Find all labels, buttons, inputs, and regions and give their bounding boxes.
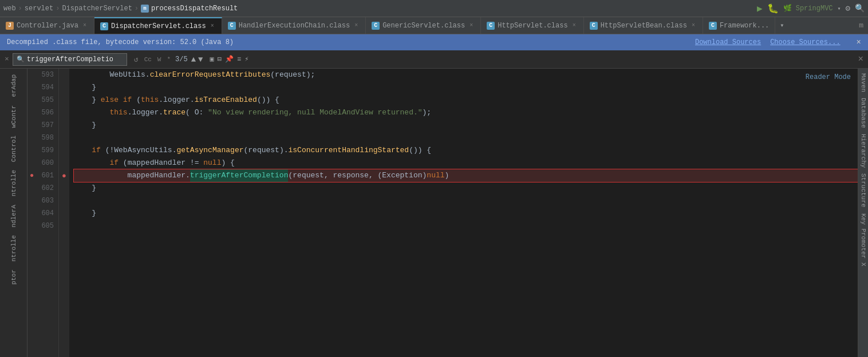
search-word-icon[interactable]: W xyxy=(156,55,163,64)
tab-dispatcher[interactable]: C DispatcherServlet.class × xyxy=(94,17,222,34)
search-top-icon[interactable]: 🔍 xyxy=(855,3,865,13)
code-line-597: } xyxy=(74,119,858,132)
ln-600: 600 xyxy=(27,157,54,169)
sep3: › xyxy=(135,5,139,13)
search-prev-icon[interactable]: ▲ xyxy=(191,55,196,64)
code-line-595: } else if (this.logger.isTraceEnabled())… xyxy=(74,94,858,106)
search-next-icon[interactable]: ▼ xyxy=(198,55,203,64)
tab-close-httpservlet[interactable]: × xyxy=(571,22,578,29)
tab-label-httpservlet: HttpServlet.class xyxy=(498,22,567,30)
sidebar-structure[interactable]: Structure xyxy=(860,171,867,209)
code-line-600: if (mappedHandler != null) { xyxy=(74,157,858,169)
search-filter2-icon[interactable]: ⚡ xyxy=(244,55,248,64)
tab-close-dispatcher[interactable]: × xyxy=(209,22,216,30)
search-close-icon[interactable]: × xyxy=(5,55,9,64)
left-label-ntrolle2[interactable]: ntrolle xyxy=(9,232,18,265)
left-label-ptor[interactable]: ptor xyxy=(9,266,18,288)
tab-httpservletbean[interactable]: C HttpServletBean.class × xyxy=(584,17,703,34)
right-sidebar: Maven Database Hierarchy Structure Key P… xyxy=(858,69,868,357)
sidebar-hierarchy[interactable]: Hierarchy xyxy=(860,132,867,170)
sidebar-database[interactable]: Database xyxy=(860,96,867,130)
download-sources-link[interactable]: Download Sources xyxy=(695,38,761,46)
code-line-602: } xyxy=(74,182,858,195)
left-label-control[interactable]: Control xyxy=(9,132,18,165)
tab-controller[interactable]: J Controller.java × xyxy=(0,17,94,34)
search-bar: × 🔍 ↺ Cc W * 3/5 ▲ ▼ ▣ ⊟ 📌 ≡ ⚡ × xyxy=(0,50,868,69)
code-content[interactable]: Reader Mode WebUtils.clearErrorRequestAt… xyxy=(69,69,858,357)
left-label-eradap[interactable]: erAdap xyxy=(9,71,18,101)
code-area: 593 594 595 596 597 598 599 600 601 602 … xyxy=(27,69,868,357)
tab-label-generic: GenericServlet.class xyxy=(382,22,465,30)
left-label-ndlera[interactable]: ndlerA xyxy=(9,201,18,231)
search-clear-icon[interactable]: ↺ xyxy=(133,54,140,65)
tab-close-controller[interactable]: × xyxy=(81,22,88,29)
search-highlight-icon[interactable]: ▣ xyxy=(210,55,214,64)
tab-close-httpservletbean[interactable]: × xyxy=(690,22,697,29)
left-label-ntrolle[interactable]: ntrolle xyxy=(9,166,18,200)
search-filter-icon[interactable]: ⊟ xyxy=(218,55,222,64)
breadcrumb-dispatcher[interactable]: DispatcherServlet xyxy=(62,5,132,13)
spring-icon: 🌿 SpringMVC xyxy=(783,4,833,13)
gutter: ● xyxy=(59,69,69,357)
tab-framework[interactable]: C Framework... xyxy=(703,17,775,34)
notification-close[interactable]: × xyxy=(857,38,861,47)
tab-icon-httpservletbean: C xyxy=(590,22,598,30)
ln-605: 605 xyxy=(27,220,54,232)
settings-icon[interactable]: ⚙ xyxy=(846,3,850,13)
search-close-btn[interactable]: × xyxy=(858,54,863,65)
search-regex-icon[interactable]: * xyxy=(165,55,172,64)
tab-icon-controller: J xyxy=(6,22,14,30)
code-line-601: mappedHandler.triggerAfterCompletion(req… xyxy=(74,169,858,182)
tab-httpservlet[interactable]: C HttpServlet.class × xyxy=(481,17,583,34)
tab-label-dispatcher: DispatcherServlet.class xyxy=(111,22,206,30)
ln-596: 596 xyxy=(27,106,54,119)
breadcrumb-web[interactable]: web xyxy=(3,5,16,13)
reader-mode-button[interactable]: Reader Mode xyxy=(806,71,851,84)
match-count: 3/5 xyxy=(175,55,188,64)
search-pin-icon[interactable]: 📌 xyxy=(225,55,234,64)
tab-icon-framework: C xyxy=(709,22,717,30)
breadcrumb: web › servlet › DispatcherServlet › m pr… xyxy=(3,5,238,13)
main-layout: erAdap wContr Control ntrolle ndlerA ntr… xyxy=(0,69,868,357)
sidebar-keypromoter[interactable]: Key Promoter X xyxy=(860,211,867,268)
tab-icon-httpservlet: C xyxy=(487,22,495,30)
breakpoint-icon[interactable]: ● xyxy=(62,172,66,180)
code-line-594: } xyxy=(74,81,858,94)
ln-597: 597 xyxy=(27,119,54,132)
debug-icon[interactable]: 🐛 xyxy=(767,3,779,14)
tab-handler[interactable]: C HandlerExecutionChain.class × xyxy=(222,17,366,34)
search-case-icon[interactable]: Cc xyxy=(143,55,153,64)
ln-604: 604 xyxy=(27,207,54,220)
tab-overflow-button[interactable]: ▾ xyxy=(775,17,788,34)
ln-594: 594 xyxy=(27,81,54,94)
code-line-599: if (!WebAsyncUtils.getAsyncManager(reque… xyxy=(74,144,858,157)
left-label-wcontr[interactable]: wContr xyxy=(9,102,18,132)
breadcrumb-servlet[interactable]: servlet xyxy=(25,5,53,13)
tabs-bar: J Controller.java × C DispatcherServlet.… xyxy=(0,17,868,34)
tab-label-controller: Controller.java xyxy=(17,22,78,30)
tab-icon-handler: C xyxy=(228,22,236,30)
tab-icon-generic: C xyxy=(372,22,380,30)
tab-generic[interactable]: C GenericServlet.class × xyxy=(366,17,481,34)
choose-sources-link[interactable]: Choose Sources... xyxy=(770,38,840,46)
chevron-icon[interactable]: ▾ xyxy=(838,5,841,12)
breadcrumb-method[interactable]: processDispatchResult xyxy=(151,5,238,13)
search-toolbar: ↺ Cc W * xyxy=(133,54,172,65)
ln-593: 593 xyxy=(27,69,54,81)
code-line-603 xyxy=(74,195,858,207)
tab-close-generic[interactable]: × xyxy=(468,22,475,29)
tab-label-handler: HandlerExecutionChain.class xyxy=(239,22,350,30)
m-label: m xyxy=(859,21,863,30)
notification-text: Decompiled .class file, bytecode version… xyxy=(7,38,234,46)
search-magnifier-icon: 🔍 xyxy=(17,55,25,63)
tab-close-handler[interactable]: × xyxy=(353,22,360,29)
notification-actions: Download Sources Choose Sources... × xyxy=(695,38,861,47)
search-options-icon[interactable]: ≡ xyxy=(237,55,241,64)
run-icon[interactable]: ▶ xyxy=(757,3,763,14)
sep2: › xyxy=(56,5,60,13)
breadcrumb-bar: web › servlet › DispatcherServlet › m pr… xyxy=(0,0,868,17)
search-input-wrapper: 🔍 xyxy=(13,53,127,66)
line-numbers: 593 594 595 596 597 598 599 600 601 602 … xyxy=(27,69,59,357)
search-input[interactable] xyxy=(27,55,113,64)
sidebar-maven[interactable]: Maven xyxy=(860,71,867,94)
